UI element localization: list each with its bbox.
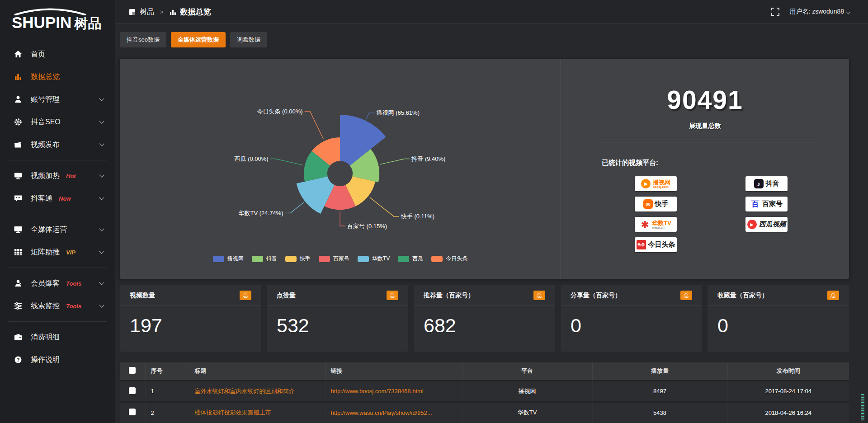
col-header-link: 链接	[325, 362, 462, 381]
cell-link[interactable]: http://www.boosj.com/7338468.html	[325, 381, 462, 402]
sidebar: SHUPIN 树品 首页数据总览账号管理抖音SEO视频发布视频加热Hot抖客通N…	[0, 0, 115, 423]
platform-name: 播视网	[653, 179, 670, 185]
chevron-down-icon	[846, 9, 851, 14]
legend-item-西瓜[interactable]: 西瓜	[398, 255, 423, 263]
fullscreen-icon[interactable]	[771, 8, 779, 16]
cell-link[interactable]: http://www.wasu.cn/Play/show/id/952...	[325, 402, 462, 423]
stat-card-favorite-count: 收藏量（百家号） 总 0	[708, 285, 849, 352]
total-impressions-label: 展现量总数	[561, 122, 849, 130]
label-leader-line	[366, 113, 375, 119]
chevron-down-icon	[99, 195, 104, 200]
sliders-icon	[14, 301, 23, 310]
cell-time: 2017-08-24 17:04	[727, 381, 849, 402]
platform-badge-toutiao: 今日头条	[635, 237, 677, 252]
chevron-down-icon	[99, 249, 104, 254]
stat-card-label: 收藏量（百家号）	[717, 291, 768, 300]
legend-swatch	[398, 256, 409, 262]
tab-douyin-seo-data[interactable]: 抖音seo数据	[120, 32, 166, 47]
logo-text-cn: 树品	[74, 17, 101, 30]
sidebar-item-label: 抖客通	[31, 194, 52, 203]
cell-title[interactable]: 楼体投影灯投影效果震撼上市	[189, 402, 325, 423]
legend-item-播视网[interactable]: 播视网	[213, 255, 244, 263]
rose-pie-chart[interactable]: 播视网 (65.61%)抖音 (9.40%)快手 (0.11%)百家号 (0.1…	[120, 59, 561, 279]
legend-item-百家号[interactable]: 百家号	[319, 255, 349, 263]
stat-card-value: 197	[120, 306, 261, 337]
total-badge: 总	[680, 291, 692, 300]
sidebar-item-douketong[interactable]: 抖客通New	[0, 187, 115, 210]
sidebar-item-clue-monitor[interactable]: 线索监控Tools	[0, 295, 115, 317]
stat-card-label: 分享量（百家号）	[571, 291, 621, 300]
row-checkbox[interactable]	[129, 387, 136, 394]
videos-table: 序号 标题 链接 平台 播放量 发布时间 1 室外水纹灯和室内水纹灯的区别和简介…	[120, 362, 849, 423]
sidebar-item-data-overview[interactable]: 数据总览	[0, 66, 115, 88]
total-badge: 总	[533, 291, 545, 300]
table-row: 2 楼体投影灯投影效果震撼上市 http://www.wasu.cn/Play/…	[120, 402, 849, 423]
breadcrumb-current: 数据总览	[180, 7, 211, 17]
label-leader-line	[370, 197, 399, 216]
wallet-icon	[14, 333, 23, 342]
sidebar-item-video-heat[interactable]: 视频加热Hot	[0, 164, 115, 187]
platform-name: 今日头条	[648, 240, 675, 249]
legend-label: 抖音	[266, 255, 277, 263]
total-badge: 总	[240, 291, 251, 300]
legend-item-抖音[interactable]: 抖音	[252, 255, 277, 263]
tab-media-ops-data[interactable]: 全媒体运营数据	[171, 32, 226, 47]
legend-item-快手[interactable]: 快手	[285, 255, 311, 263]
total-badge: 总	[387, 291, 398, 300]
platform-sub: boosj.com	[653, 185, 670, 188]
col-header-title: 标题	[189, 362, 325, 381]
nav-divider	[8, 214, 107, 214]
logo-text-en: SHUPIN	[12, 14, 71, 30]
legend-item-华数TV[interactable]: 华数TV	[358, 255, 390, 263]
pie-label-西瓜: 西瓜 (0.00%)	[235, 155, 269, 162]
row-checkbox[interactable]	[129, 409, 136, 415]
legend-label: 快手	[300, 255, 311, 263]
sidebar-item-media-ops[interactable]: 全媒体运营	[0, 218, 115, 241]
content: 抖音seo数据全媒体运营数据询盘数据 播视网 (65.61%)抖音 (9.40%…	[115, 24, 868, 423]
tab-bar: 抖音seo数据全媒体运营数据询盘数据	[120, 32, 849, 47]
label-leader-line	[305, 111, 324, 139]
table-header-row: 序号 标题 链接 平台 播放量 发布时间	[120, 362, 849, 381]
user-menu[interactable]: 用户名: zswodun88	[789, 8, 850, 16]
sidebar-item-label: 视频加热	[31, 171, 60, 181]
legend-swatch	[431, 256, 443, 262]
sidebar-item-douyin-seo[interactable]: 抖音SEO	[0, 111, 115, 133]
vertical-scrollbar[interactable]	[861, 394, 864, 421]
pie-label-今日头条: 今日头条 (0.00%)	[257, 108, 302, 115]
video-icon	[14, 140, 23, 149]
sidebar-item-badge: Tools	[66, 280, 81, 287]
douyin-logo-icon	[754, 179, 764, 188]
legend-item-今日头条[interactable]: 今日头条	[431, 255, 467, 263]
user-icon	[14, 95, 23, 104]
sidebar-item-matrix-boost[interactable]: 矩阵助推VIP	[0, 241, 115, 263]
app-logo[interactable]: SHUPIN 树品	[0, 5, 115, 37]
sidebar-item-home[interactable]: 首页	[0, 43, 115, 66]
cell-idx: 1	[145, 381, 189, 402]
sidebar-item-video-publish[interactable]: 视频发布	[0, 133, 115, 156]
sidebar-item-label: 抖音SEO	[31, 118, 61, 127]
wasu-logo-icon	[640, 220, 650, 229]
cell-title[interactable]: 室外水纹灯和室内水纹灯的区别和简介	[189, 381, 325, 402]
tab-inquiry-data[interactable]: 询盘数据	[230, 32, 267, 47]
sidebar-item-member-baoke[interactable]: 会员爆客Tools	[0, 272, 115, 295]
platform-name: 快手	[655, 200, 669, 208]
sidebar-item-account-mgmt[interactable]: 账号管理	[0, 88, 115, 111]
pie-slice-华数TV[interactable]	[297, 176, 335, 214]
platform-share-chart: 播视网 (65.61%)抖音 (9.40%)快手 (0.11%)百家号 (0.1…	[120, 59, 561, 279]
platform-badge-xigua: 西瓜视频	[745, 217, 788, 232]
divider	[593, 142, 817, 142]
cell-views: 8497	[592, 381, 727, 402]
select-all-checkbox[interactable]	[129, 367, 136, 374]
breadcrumb-home-link[interactable]: 树品	[140, 7, 154, 17]
grid-icon	[14, 248, 23, 257]
stat-card-value: 682	[414, 306, 555, 337]
breadcrumb-separator: >	[160, 9, 164, 15]
table-row: 1 室外水纹灯和室内水纹灯的区别和简介 http://www.boosj.com…	[120, 381, 849, 402]
stat-card-label: 推荐量（百家号）	[424, 291, 474, 300]
nav-divider	[8, 321, 107, 322]
sidebar-item-help[interactable]: ?操作说明	[0, 348, 115, 371]
sidebar-nav: 首页数据总览账号管理抖音SEO视频发布视频加热Hot抖客通New全媒体运营矩阵助…	[0, 43, 115, 371]
sidebar-item-consume-detail[interactable]: 消费明细	[0, 326, 115, 348]
platform-badge-column: 播视网boosj.com快手华数TVwasu.cn今日头条	[635, 176, 677, 252]
total-badge: 总	[827, 291, 839, 300]
